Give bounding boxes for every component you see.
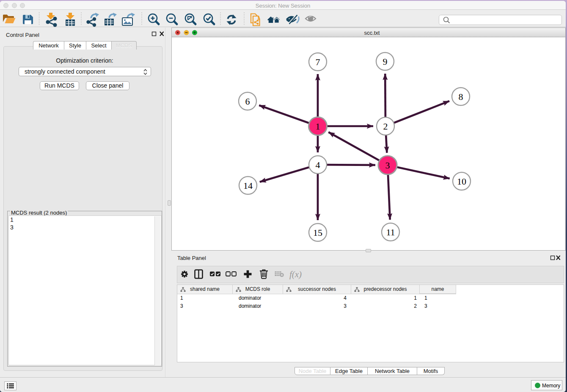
svg-text:15: 15 [313,227,322,238]
svg-text:6: 6 [245,96,250,107]
svg-text:3: 3 [385,160,390,171]
svg-text:1: 1 [316,121,320,132]
svg-text:9: 9 [383,56,388,67]
svg-text:14: 14 [243,180,253,191]
svg-text:10: 10 [457,176,466,187]
svg-text:11: 11 [386,227,395,237]
svg-text:4: 4 [316,160,320,170]
svg-text:7: 7 [316,57,320,67]
svg-text:2: 2 [383,121,388,132]
svg-text:8: 8 [459,91,463,102]
svg-text:f(x): f(x) [289,269,302,279]
